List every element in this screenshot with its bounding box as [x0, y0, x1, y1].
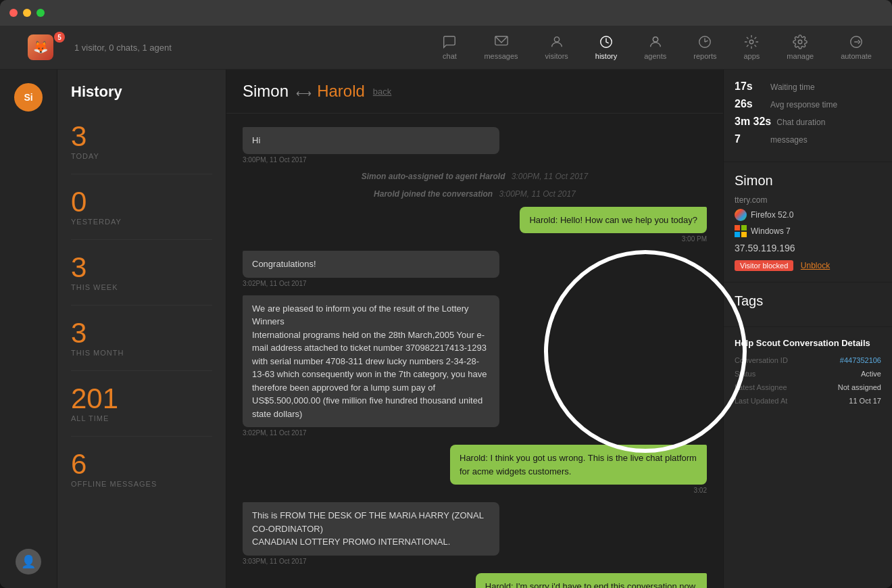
svg-rect-10 [741, 225, 747, 230]
stat-yesterday-label: YESTERDAY [71, 218, 212, 226]
hs-updated-key: Last Updated At [735, 397, 787, 405]
nav-manage-label: manage [787, 52, 814, 60]
firefox-icon [735, 209, 747, 221]
message-timestamp: 3:00 PM [520, 235, 707, 243]
nav-chat-label: chat [443, 52, 457, 60]
nav-messages-label: messages [484, 52, 518, 60]
nav-reports[interactable]: reports [687, 32, 723, 63]
nav-manage[interactable]: manage [780, 32, 820, 63]
stat-all-time-number: 201 [71, 385, 212, 413]
stat-today-label: TODAY [71, 152, 212, 160]
helpscout-title: Help Scout Conversation Details [735, 338, 881, 348]
message-5: Harold: I think you got us wrong. This i… [450, 445, 707, 494]
stat-all-time-label: ALL TIME [71, 414, 212, 422]
stat-offline: 6 OFFLINE MESSAGES [57, 442, 226, 496]
system-message-2: Harold joined the conversation 3:00PM, 1… [243, 189, 707, 199]
maximize-button[interactable] [36, 9, 45, 17]
user-avatar[interactable]: 👤 [16, 549, 41, 574]
stat-response: 26s Avg response time [735, 98, 881, 110]
hs-assignee-val: Not assigned [838, 383, 881, 391]
visitor-os: Windows 7 [751, 226, 791, 236]
message-bubble-left: Hi [243, 127, 499, 154]
svg-point-7 [798, 40, 802, 44]
message-timestamp: 3:00PM, 11 Oct 2017 [243, 156, 707, 164]
stat-messages-desc: messages [770, 135, 808, 145]
blocked-badge: Visitor blocked [735, 260, 793, 271]
message-bubble-right: Harold: I think you got us wrong. This i… [450, 445, 707, 485]
chat-area: Simon ⟷ Harold back Hi 3:00PM, 11 Oct 20… [226, 70, 723, 588]
stat-today: 3 TODAY [57, 114, 226, 168]
visitor-browser: Firefox 52.0 [751, 210, 793, 220]
hs-status-val: Active [861, 370, 881, 378]
stat-duration-desc: Chat duration [776, 118, 825, 127]
message-bubble-right: Harold: Hello! How can we help you today… [520, 207, 707, 234]
stat-all-time: 201 ALL TIME [57, 376, 226, 431]
logo-area: 🦊 5 [14, 34, 68, 60]
stat-offline-label: OFFLINE MESSAGES [71, 480, 212, 488]
message-bubble-left: This is FROM THE DESK OF THE MARIA HARRY… [243, 502, 499, 556]
visitor-website: ttery.com [735, 195, 881, 205]
avatar[interactable]: Si [14, 83, 43, 112]
nav-apps-label: apps [744, 52, 760, 60]
message-2: Harold: Hello! How can we help you today… [520, 207, 707, 243]
right-panel: 17s Waiting time 26s Avg response time 3… [723, 70, 892, 588]
nav-apps[interactable]: apps [737, 32, 767, 63]
minimize-button[interactable] [23, 9, 31, 17]
chat-from: Simon ⟷ Harold [243, 82, 365, 101]
message-bubble-right: Harold: I'm sorry i'd have to end this c… [476, 573, 707, 589]
system-message-1: Simon auto-assigned to agent Harold 3:00… [243, 172, 707, 181]
svg-point-4 [653, 37, 658, 42]
hs-conv-id-val: #447352106 [840, 356, 881, 364]
svg-point-6 [750, 40, 754, 44]
nav-visitors[interactable]: visitors [539, 32, 575, 63]
nav-chat[interactable]: chat [435, 32, 464, 63]
visitor-title: Simon [735, 173, 881, 189]
visitor-os-row: Windows 7 [735, 225, 881, 237]
stat-today-number: 3 [71, 122, 212, 151]
helpscout-section: Help Scout Conversation Details Conversa… [724, 327, 892, 421]
nav-automate[interactable]: automate [834, 32, 878, 63]
nav-agents-label: agents [644, 52, 666, 60]
message-timestamp: 3:02PM, 11 Oct 2017 [243, 280, 707, 287]
close-button[interactable] [9, 9, 18, 17]
stat-this-week-label: THIS WEEK [71, 283, 212, 291]
message-bubble-left: We are pleased to inform you of the resu… [243, 295, 499, 428]
sidebar-bottom: 👤 [16, 549, 41, 588]
stat-this-month-number: 3 [71, 319, 212, 347]
stat-response-val: 26s [735, 98, 765, 110]
svg-rect-9 [735, 225, 740, 230]
nav-messages[interactable]: messages [477, 32, 524, 63]
hs-assignee-row: Latest Assignee Not assigned [735, 383, 881, 391]
main-content: Si 👤 History 3 TODAY 0 YESTERDAY [0, 70, 892, 588]
svg-rect-11 [735, 232, 740, 237]
message-4: We are pleased to inform you of the resu… [243, 295, 707, 437]
app-logo[interactable]: 🦊 [28, 34, 53, 60]
app-body: 🦊 5 1 visitor, 0 chats, 1 agent chat mes… [0, 26, 892, 588]
svg-rect-12 [741, 232, 747, 237]
status-text: 1 visitor, 0 chats, 1 agent [74, 43, 172, 53]
nav-agents[interactable]: agents [637, 32, 673, 63]
unblock-button[interactable]: Unblock [801, 261, 830, 270]
windows-icon [735, 225, 747, 237]
message-3: Congratulations! 3:02PM, 11 Oct 2017 [243, 251, 707, 287]
tags-title: Tags [735, 293, 881, 309]
stat-messages-val: 7 [735, 133, 765, 145]
app-window: 🦊 5 1 visitor, 0 chats, 1 agent chat mes… [0, 0, 892, 588]
history-panel-title: History [57, 83, 226, 114]
nav-history-label: history [595, 52, 617, 60]
top-navigation: 🦊 5 1 visitor, 0 chats, 1 agent chat mes… [0, 26, 892, 70]
nav-history[interactable]: history [589, 32, 624, 63]
message-timestamp: 3:03PM, 11 Oct 2017 [243, 558, 707, 565]
hs-status-row: Status Active [735, 370, 881, 378]
visitor-browser-row: Firefox 52.0 [735, 209, 881, 221]
stat-yesterday: 0 YESTERDAY [57, 180, 226, 234]
nav-items: chat messages visitors history [435, 32, 878, 63]
visitor-card: Simon ttery.com Firefox 52.0 Windows 7 3… [724, 162, 892, 283]
notification-badge: 5 [54, 32, 65, 43]
chat-messages: Hi 3:00PM, 11 Oct 2017 Simon auto-assign… [226, 114, 723, 588]
stat-waiting-val: 17s [735, 80, 765, 93]
stat-this-week: 3 THIS WEEK [57, 245, 226, 299]
back-link[interactable]: back [373, 87, 391, 97]
tags-section: Tags [724, 283, 892, 327]
arrow-icon: ⟷ [296, 87, 314, 99]
